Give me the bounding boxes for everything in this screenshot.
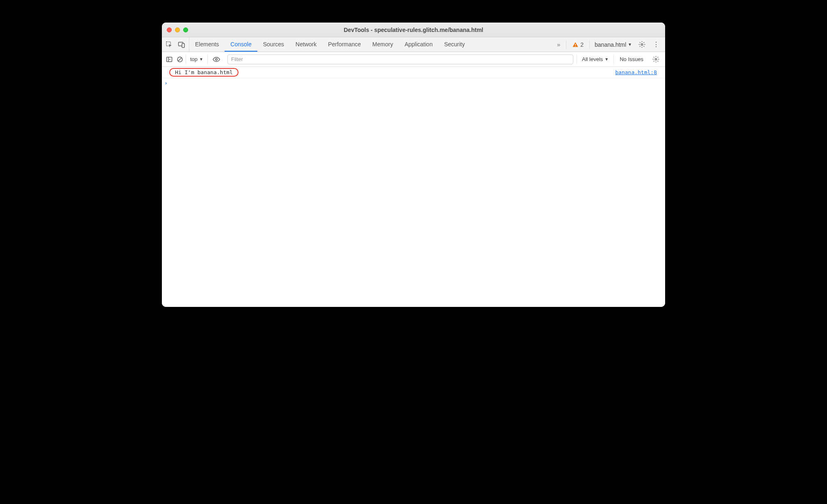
log-levels-selector[interactable]: All levels ▼	[577, 54, 614, 64]
tab-network[interactable]: Network	[290, 37, 322, 52]
tabs-left-tools	[162, 37, 189, 52]
tab-label: Elements	[195, 41, 219, 48]
tabs-right: » 2 banana.html ▼ ⋮	[554, 37, 665, 52]
console-log-row: Hi I'm banana.html banana.html:8	[162, 67, 665, 78]
warnings-count: 2	[580, 41, 584, 48]
tab-label: Performance	[328, 41, 361, 48]
console-toolbar: top ▼ All levels ▼ No Issues	[162, 52, 665, 67]
tabs-bar: Elements Console Sources Network Perform…	[162, 37, 665, 52]
svg-rect-2	[182, 43, 184, 48]
log-source-link[interactable]: banana.html:8	[615, 69, 661, 75]
target-selector[interactable]: banana.html ▼	[592, 41, 634, 48]
svg-rect-3	[575, 44, 576, 45]
live-expression-button[interactable]	[209, 56, 224, 63]
close-window-button[interactable]	[167, 27, 172, 32]
tab-label: Sources	[263, 41, 284, 48]
traffic-lights	[167, 27, 188, 32]
console-settings-button[interactable]	[649, 56, 663, 63]
clear-console-icon[interactable]	[175, 54, 185, 64]
tab-label: Security	[444, 41, 465, 48]
tab-performance[interactable]: Performance	[322, 37, 366, 52]
warnings-button[interactable]: 2	[569, 41, 587, 48]
tab-sources[interactable]: Sources	[257, 37, 290, 52]
warning-icon	[572, 41, 579, 48]
tab-memory[interactable]: Memory	[367, 37, 399, 52]
divider	[589, 41, 590, 49]
tab-label: Memory	[373, 41, 393, 48]
tab-label: Console	[230, 41, 251, 48]
svg-rect-4	[575, 46, 576, 46]
filter-input[interactable]	[227, 54, 573, 64]
levels-label: All levels	[582, 56, 603, 62]
titlebar: DevTools - speculative-rules.glitch.me/b…	[162, 23, 665, 37]
log-message: Hi I'm banana.html	[169, 68, 239, 77]
console-prompt-row[interactable]: ›	[162, 78, 665, 87]
chevron-down-icon: ▼	[604, 57, 609, 61]
chevron-down-icon: ▼	[199, 57, 203, 61]
svg-rect-6	[167, 57, 172, 61]
minimize-window-button[interactable]	[175, 27, 180, 32]
inspect-element-icon[interactable]	[165, 41, 173, 49]
tab-label: Network	[295, 41, 316, 48]
maximize-window-button[interactable]	[183, 27, 188, 32]
more-options-button[interactable]: ⋮	[650, 41, 663, 48]
svg-line-9	[178, 58, 182, 61]
tab-security[interactable]: Security	[438, 37, 471, 52]
settings-button[interactable]	[636, 41, 648, 48]
context-label: top	[190, 56, 198, 62]
devtools-window: DevTools - speculative-rules.glitch.me/b…	[162, 23, 665, 307]
tab-label: Application	[404, 41, 433, 48]
chevron-down-icon: ▼	[628, 42, 632, 47]
prompt-chevron-icon: ›	[164, 80, 170, 86]
target-label: banana.html	[595, 41, 626, 48]
tab-application[interactable]: Application	[399, 37, 438, 52]
toggle-sidebar-icon[interactable]	[164, 54, 174, 64]
context-selector[interactable]: top ▼	[186, 54, 208, 64]
tab-console[interactable]: Console	[225, 37, 257, 52]
device-toolbar-icon[interactable]	[177, 41, 186, 49]
svg-point-5	[641, 43, 643, 45]
svg-point-10	[216, 58, 218, 60]
console-output[interactable]: Hi I'm banana.html banana.html:8 ›	[162, 67, 665, 307]
window-title: DevTools - speculative-rules.glitch.me/b…	[162, 27, 665, 33]
divider	[566, 41, 566, 49]
tab-elements[interactable]: Elements	[189, 37, 225, 52]
more-tabs-button[interactable]: »	[554, 41, 563, 48]
svg-point-11	[655, 58, 657, 60]
issues-button[interactable]: No Issues	[615, 56, 648, 62]
